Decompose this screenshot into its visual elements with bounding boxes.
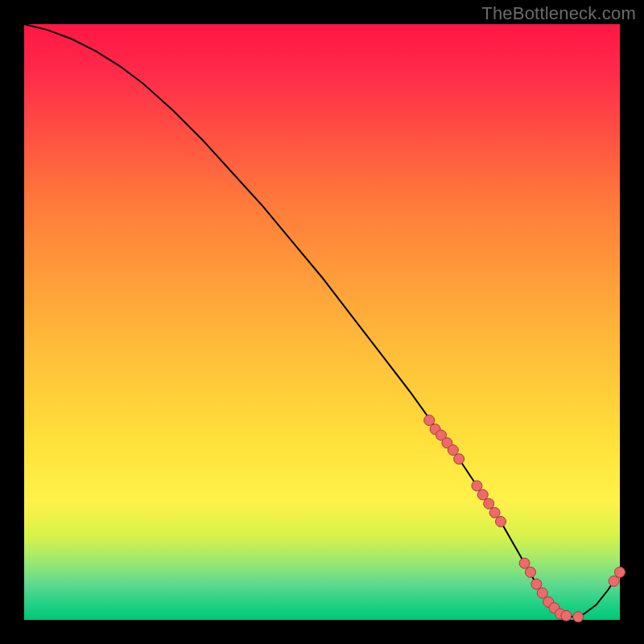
data-point xyxy=(448,445,458,456)
plot-gradient-area xyxy=(24,24,620,620)
data-point xyxy=(537,588,547,598)
data-point xyxy=(484,498,494,509)
bottleneck-chart xyxy=(0,0,644,644)
data-point xyxy=(424,415,435,426)
data-point xyxy=(526,567,536,577)
data-point xyxy=(454,454,464,464)
data-point xyxy=(489,507,500,518)
data-point xyxy=(609,576,619,586)
data-point xyxy=(615,567,625,577)
data-point xyxy=(472,481,482,491)
chart-stage: TheBottleneck.com xyxy=(0,0,644,644)
data-point xyxy=(573,612,584,622)
data-point xyxy=(561,610,572,621)
data-point xyxy=(477,489,488,500)
data-point xyxy=(531,579,542,589)
data-point xyxy=(496,516,506,526)
data-point xyxy=(519,558,530,568)
